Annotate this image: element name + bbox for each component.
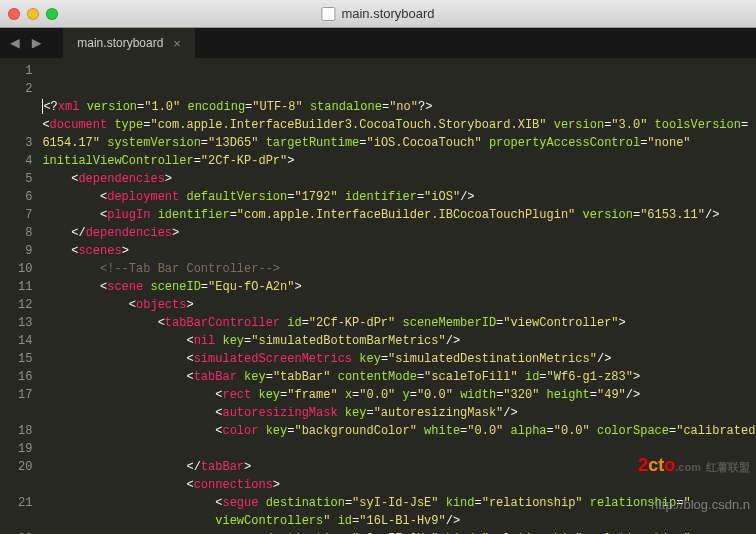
- line-number: 9: [18, 242, 32, 260]
- line-number: 6: [18, 188, 32, 206]
- code-line[interactable]: <tabBar key="tabBar" contentMode="scaleT…: [42, 368, 756, 386]
- line-number: 21: [18, 494, 32, 512]
- watermark-logo: 2cto.com 红薯联盟: [608, 438, 750, 494]
- minimize-window-button[interactable]: [27, 8, 39, 20]
- code-line[interactable]: <tabBarController id="2Cf-KP-dPr" sceneM…: [42, 314, 756, 332]
- code-line[interactable]: <segue destination="syI-Id-JsE" kind="re…: [42, 494, 756, 512]
- line-number: 16: [18, 368, 32, 386]
- code-line[interactable]: <segue destination="u0u-5F-QUa" kind="re…: [42, 530, 756, 534]
- line-number: [18, 476, 32, 494]
- line-number: 20: [18, 458, 32, 476]
- code-line[interactable]: <autoresizingMask key="autoresizingMask"…: [42, 404, 756, 422]
- line-number: [18, 98, 32, 116]
- window-titlebar: main.storyboard: [0, 0, 756, 28]
- tab-close-button[interactable]: ×: [173, 36, 181, 51]
- line-number: [18, 116, 32, 134]
- line-number: 12: [18, 296, 32, 314]
- code-line[interactable]: <nil key="simulatedBottomBarMetrics"/>: [42, 332, 756, 350]
- code-line[interactable]: <dependencies>: [42, 170, 756, 188]
- line-number: 3: [18, 134, 32, 152]
- code-area[interactable]: <?xml version="1.0" encoding="UTF-8" sta…: [42, 58, 756, 534]
- line-number: [18, 512, 32, 530]
- nav-forward-button[interactable]: ▶: [32, 33, 42, 53]
- line-number: 5: [18, 170, 32, 188]
- line-number: 13: [18, 314, 32, 332]
- code-line[interactable]: <simulatedScreenMetrics key="simulatedDe…: [42, 350, 756, 368]
- code-line[interactable]: 6154.17" systemVersion="13D65" targetRun…: [42, 134, 756, 152]
- code-line[interactable]: initialViewController="2Cf-KP-dPr">: [42, 152, 756, 170]
- line-number: 10: [18, 260, 32, 278]
- code-line[interactable]: <scene sceneID="Equ-fO-A2n">: [42, 278, 756, 296]
- line-number: 11: [18, 278, 32, 296]
- code-line[interactable]: <?xml version="1.0" encoding="UTF-8" sta…: [42, 98, 756, 116]
- line-number: 14: [18, 332, 32, 350]
- tab-label: main.storyboard: [77, 36, 163, 50]
- line-number: [18, 404, 32, 422]
- code-line[interactable]: <document type="com.apple.InterfaceBuild…: [42, 116, 756, 134]
- code-line[interactable]: <objects>: [42, 296, 756, 314]
- nav-bar: ◀ ▶ main.storyboard ×: [0, 28, 756, 58]
- maximize-window-button[interactable]: [46, 8, 58, 20]
- code-line[interactable]: <!--Tab Bar Controller-->: [42, 260, 756, 278]
- line-number: 22: [18, 530, 32, 534]
- traffic-lights: [8, 8, 58, 20]
- code-editor[interactable]: 12 34567891011121314151617 181920 21 22 …: [0, 58, 756, 534]
- window-title: main.storyboard: [321, 6, 434, 21]
- tab-main-storyboard[interactable]: main.storyboard ×: [63, 28, 195, 58]
- line-number: 19: [18, 440, 32, 458]
- line-number: 17: [18, 386, 32, 404]
- line-number: 8: [18, 224, 32, 242]
- code-line[interactable]: <rect key="frame" x="0.0" y="0.0" width=…: [42, 386, 756, 404]
- line-number: 2: [18, 80, 32, 98]
- line-number: 7: [18, 206, 32, 224]
- line-number: 15: [18, 350, 32, 368]
- line-number: 4: [18, 152, 32, 170]
- watermark-text: http://blog.csdn.n: [651, 496, 750, 514]
- window-title-text: main.storyboard: [341, 6, 434, 21]
- code-line[interactable]: <scenes>: [42, 242, 756, 260]
- code-line[interactable]: <deployment defaultVersion="1792" identi…: [42, 188, 756, 206]
- code-line[interactable]: </dependencies>: [42, 224, 756, 242]
- code-line[interactable]: <plugIn identifier="com.apple.InterfaceB…: [42, 206, 756, 224]
- line-number: 1: [18, 62, 32, 80]
- line-gutter: 12 34567891011121314151617 181920 21 22 …: [0, 58, 42, 534]
- close-window-button[interactable]: [8, 8, 20, 20]
- tab-bar: main.storyboard ×: [63, 28, 195, 58]
- nav-back-button[interactable]: ◀: [10, 33, 20, 53]
- file-icon: [321, 7, 335, 21]
- code-line[interactable]: viewControllers" id="16L-Bl-Hv9"/>: [42, 512, 756, 530]
- line-number: 18: [18, 422, 32, 440]
